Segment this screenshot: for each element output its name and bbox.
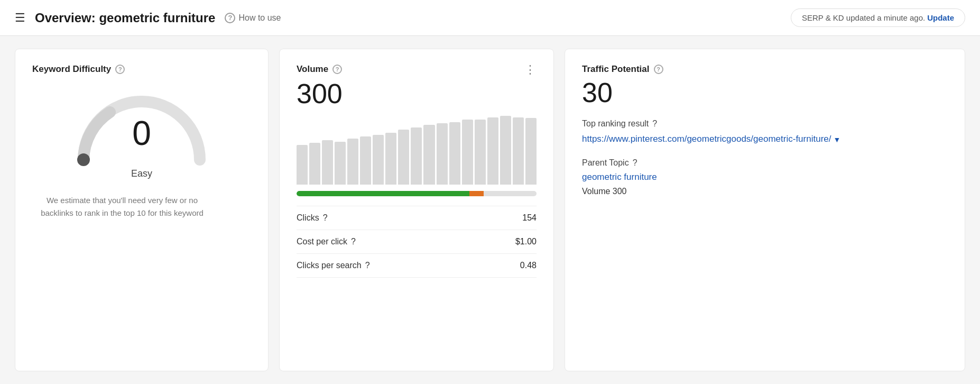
top-ranking-help-icon[interactable]: ? bbox=[652, 119, 657, 129]
bar-chart-bar bbox=[487, 117, 498, 185]
bar-chart-bar bbox=[475, 120, 486, 185]
page-title: Overview: geometric furniture bbox=[35, 11, 215, 25]
bar-chart-bar bbox=[335, 142, 346, 185]
keyword-difficulty-card: Keyword Difficulty ? 0 Easy We estimate … bbox=[15, 49, 269, 371]
metric-value: 154 bbox=[522, 213, 537, 223]
top-ranking-url[interactable]: https://www.pinterest.com/geometricgoods… bbox=[582, 133, 948, 145]
kd-description: We estimate that you'll need very few or… bbox=[32, 194, 212, 220]
bar-chart-bar bbox=[385, 133, 396, 185]
bar-chart-bar bbox=[525, 118, 537, 185]
volume-menu-icon[interactable]: ⋮ bbox=[524, 64, 537, 76]
bar-chart-bar bbox=[449, 122, 460, 185]
svg-point-0 bbox=[77, 153, 90, 166]
volume-progress-bar bbox=[297, 191, 537, 196]
bar-chart-bar bbox=[500, 116, 511, 185]
how-to-use-label: How to use bbox=[238, 13, 281, 23]
how-to-use-button[interactable]: ? How to use bbox=[225, 13, 281, 23]
metric-help-icon[interactable]: ? bbox=[351, 237, 356, 246]
parent-volume: Volume 300 bbox=[582, 187, 948, 196]
bar-chart-bar bbox=[309, 143, 320, 185]
traffic-potential-card: Traffic Potential ? 30 Top ranking resul… bbox=[565, 49, 965, 371]
progress-green bbox=[297, 191, 469, 196]
metric-help-icon[interactable]: ? bbox=[323, 213, 328, 223]
bar-chart-bar bbox=[373, 135, 384, 185]
question-icon: ? bbox=[225, 13, 235, 23]
traffic-card-label: Traffic Potential ? bbox=[582, 64, 948, 75]
metric-row: Cost per click?$1.00 bbox=[297, 230, 537, 254]
hamburger-icon[interactable]: ☰ bbox=[15, 12, 25, 24]
update-link[interactable]: Update bbox=[927, 13, 954, 22]
volume-card-label: Volume ? bbox=[297, 64, 342, 75]
kd-gauge: 0 bbox=[68, 83, 216, 165]
metric-help-icon[interactable]: ? bbox=[365, 261, 370, 270]
update-badge: SERP & KD updated a minute ago. Update bbox=[791, 8, 965, 27]
traffic-value: 30 bbox=[582, 79, 948, 106]
metric-value: 0.48 bbox=[520, 261, 537, 270]
kd-gauge-wrap: 0 Easy bbox=[32, 83, 251, 179]
main-content: Keyword Difficulty ? 0 Easy We estimate … bbox=[0, 36, 980, 384]
volume-bar-chart bbox=[297, 116, 537, 185]
url-dropdown-icon[interactable]: ▼ bbox=[833, 135, 840, 145]
traffic-help-icon[interactable]: ? bbox=[654, 65, 663, 74]
parent-topic-link[interactable]: geometric furniture bbox=[582, 172, 948, 182]
bar-chart-bar bbox=[423, 125, 434, 185]
kd-score: 0 bbox=[132, 116, 151, 150]
metric-label: Clicks? bbox=[297, 213, 328, 223]
bar-chart-bar bbox=[322, 140, 333, 185]
volume-header: Volume ? ⋮ bbox=[297, 64, 537, 76]
metric-label: Clicks per search? bbox=[297, 261, 370, 270]
top-ranking-label: Top ranking result ? bbox=[582, 119, 948, 129]
bar-chart-bar bbox=[462, 120, 473, 185]
volume-value: 300 bbox=[297, 80, 537, 107]
update-status-text: SERP & KD updated a minute ago. bbox=[802, 13, 925, 22]
bar-chart-bar bbox=[398, 130, 409, 185]
bar-chart-bar bbox=[411, 127, 422, 185]
parent-topic-label: Parent Topic ? bbox=[582, 158, 948, 168]
bar-chart-bar bbox=[297, 145, 308, 185]
metric-label: Cost per click? bbox=[297, 237, 356, 246]
bar-chart-bar bbox=[347, 139, 358, 185]
metric-row: Clicks?154 bbox=[297, 206, 537, 230]
bar-chart-bar bbox=[360, 136, 371, 185]
bar-chart-bar bbox=[437, 123, 448, 185]
volume-help-icon[interactable]: ? bbox=[332, 65, 342, 74]
kd-card-label: Keyword Difficulty ? bbox=[32, 64, 251, 75]
metric-value: $1.00 bbox=[515, 237, 537, 246]
volume-metrics-table: Clicks?154Cost per click?$1.00Clicks per… bbox=[297, 206, 537, 278]
volume-card: Volume ? ⋮ 300 Clicks?154Cost per click?… bbox=[279, 49, 554, 371]
bar-chart-bar bbox=[513, 117, 524, 185]
progress-orange bbox=[469, 191, 484, 196]
metric-row: Clicks per search?0.48 bbox=[297, 254, 537, 278]
parent-topic-help-icon[interactable]: ? bbox=[633, 158, 637, 168]
header: ☰ Overview: geometric furniture ? How to… bbox=[0, 0, 980, 36]
kd-difficulty-label: Easy bbox=[131, 168, 152, 179]
kd-help-icon[interactable]: ? bbox=[115, 65, 125, 74]
